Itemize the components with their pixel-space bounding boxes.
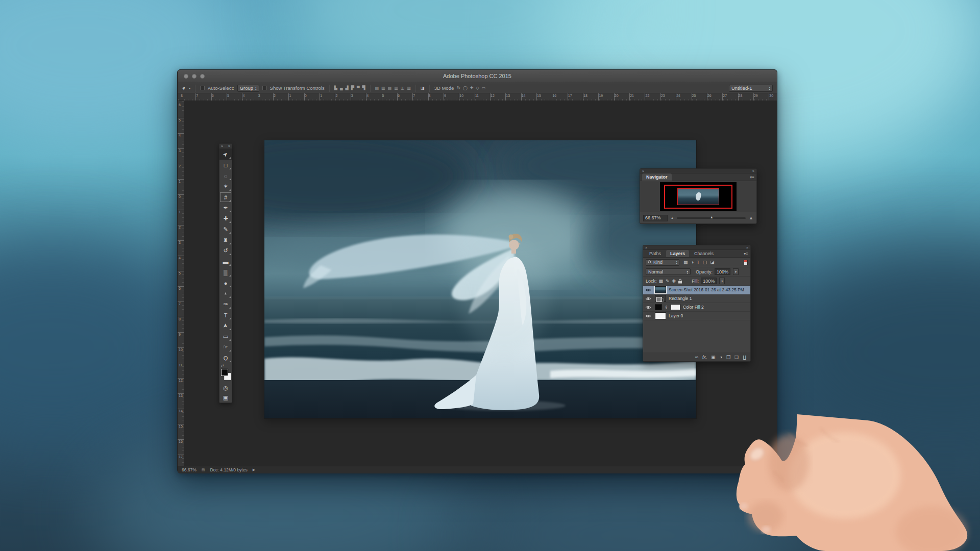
navigator-preview[interactable] [640, 181, 756, 212]
opacity-dropdown-icon[interactable]: ▾ [733, 268, 739, 275]
align-right-edges-icon[interactable]: ▟ [346, 86, 349, 90]
panel-close-icon[interactable]: × [645, 246, 647, 249]
document-selector-dropdown[interactable]: Untitled-1 ▴▾ [729, 85, 773, 92]
visibility-eye-icon[interactable] [645, 288, 651, 292]
fill-field[interactable]: 100% [701, 278, 717, 284]
quick-mask-button[interactable]: ◎ [219, 383, 232, 393]
panel-menu-icon[interactable]: ▾≡ [750, 175, 754, 180]
align-bottom-edges-icon[interactable]: ▜ [362, 86, 365, 90]
title-bar[interactable]: Adobe Photoshop CC 2015 [178, 70, 777, 83]
lasso-tool[interactable]: ◌ [219, 170, 232, 181]
distribute-bottom-edges-icon[interactable]: ▤ [388, 86, 392, 90]
canvas-image[interactable] [264, 140, 696, 418]
brush-tool[interactable]: ✎ [219, 224, 232, 235]
foreground-color-swatch[interactable] [221, 369, 228, 376]
vertical-ruler[interactable]: 65432101234567891011121314151617 [178, 101, 184, 466]
horizontal-ruler[interactable]: 8765432101234567891011121314151617181920… [178, 93, 777, 101]
navigator-zoom-slider[interactable]: ▲ [677, 217, 746, 219]
lock-transparency-icon[interactable]: ▦ [659, 279, 664, 284]
layer-row[interactable]: Rectangle 1 [643, 294, 750, 303]
rectangle-shape-tool[interactable]: ▭ [219, 331, 232, 342]
filter-shape-layers-icon[interactable]: ▢ [702, 260, 707, 265]
3d-roll-icon[interactable]: ◯ [463, 86, 468, 90]
layer-style-icon[interactable]: fx. [702, 355, 707, 360]
tab-paths[interactable]: Paths [645, 250, 665, 257]
screen-mode-button[interactable]: ▣ [219, 393, 232, 403]
zoom-tool[interactable]: Q [219, 353, 232, 363]
layer-filter-kind-dropdown[interactable]: Kind ▴▾ [646, 259, 679, 266]
3d-scale-icon[interactable]: ▭ [482, 86, 486, 90]
new-group-icon[interactable]: ❒ [726, 355, 730, 360]
3d-rotate-icon[interactable]: ↻ [457, 86, 460, 90]
visibility-eye-icon[interactable] [645, 305, 651, 310]
tools-collapse-icon[interactable]: » [228, 144, 230, 148]
lock-all-icon[interactable] [678, 279, 682, 284]
clone-stamp-tool[interactable]: ♜ [219, 235, 232, 245]
layer-row[interactable]: ∞Color Fill 2 [643, 303, 750, 312]
status-doc-info[interactable]: Doc: 4.12M/0 bytes [210, 467, 247, 472]
tools-close-icon[interactable]: × [221, 144, 223, 148]
layer-thumbnail[interactable] [655, 286, 666, 293]
zoom-out-icon[interactable]: ▲ [671, 216, 674, 219]
gradient-tool[interactable]: ▒ [219, 267, 232, 278]
new-adjustment-layer-icon[interactable]: ◑ [720, 355, 722, 360]
mask-link-icon[interactable]: ∞ [664, 306, 669, 309]
blur-tool[interactable]: ● [219, 278, 232, 288]
status-zoom-field[interactable]: 66.67% [182, 467, 197, 472]
swap-colors-icon[interactable]: ⇄ [221, 364, 224, 368]
align-left-edges-icon[interactable]: ▙ [334, 86, 337, 90]
move-tool[interactable]: ➤ [219, 149, 232, 160]
link-layers-icon[interactable]: ∞ [695, 355, 698, 360]
path-selection-tool[interactable]: ➤ [219, 320, 232, 331]
auto-select-checkbox[interactable] [200, 86, 205, 90]
distribute-left-edges-icon[interactable]: ▥ [394, 86, 398, 90]
pen-tool[interactable]: ✑ [219, 299, 232, 310]
distribute-vertical-centers-icon[interactable]: ▥ [381, 86, 385, 90]
hand-tool[interactable]: ☞ [219, 342, 232, 353]
3d-pan-icon[interactable]: ✚ [470, 86, 474, 90]
visibility-eye-icon[interactable] [645, 296, 651, 301]
crop-tool[interactable]: # [219, 192, 232, 203]
filter-adjustment-layers-icon[interactable]: ◑ [691, 260, 694, 265]
filter-type-layers-icon[interactable]: T [697, 260, 700, 265]
eyedropper-tool[interactable]: ✒ [219, 203, 232, 213]
layer-thumbnail[interactable] [655, 312, 666, 319]
align-vertical-centers-icon[interactable]: ▀ [357, 86, 360, 90]
rectangular-marquee-tool[interactable]: □ [219, 160, 232, 170]
filter-pixel-layers-icon[interactable]: ▦ [683, 260, 688, 265]
delete-layer-icon[interactable]: ∐ [743, 355, 746, 360]
filter-smart-objects-icon[interactable]: ◪ [710, 260, 715, 265]
auto-select-target-dropdown[interactable]: Group ▴▾ [237, 85, 259, 92]
tab-navigator[interactable]: Navigator [642, 173, 672, 181]
fill-color-thumbnail[interactable] [655, 304, 662, 310]
filter-toggle-switch[interactable] [744, 260, 748, 265]
align-horizontal-centers-icon[interactable]: ▄ [340, 86, 343, 90]
slider-thumb-icon[interactable]: ▲ [710, 215, 714, 219]
dodge-tool[interactable]: ♀ [219, 288, 232, 299]
lock-position-icon[interactable]: ✚ [672, 279, 676, 284]
show-transform-controls-checkbox[interactable] [262, 86, 267, 90]
distribute-top-edges-icon[interactable]: ▤ [375, 86, 379, 90]
distribute-right-edges-icon[interactable]: ▥ [407, 86, 411, 90]
blend-mode-dropdown[interactable]: Normal ▴▾ [646, 268, 691, 275]
layer-row[interactable]: Layer 0 [643, 312, 750, 320]
visibility-eye-icon[interactable] [645, 314, 651, 318]
navigator-zoom-field[interactable]: 66.67% [643, 215, 668, 221]
opacity-field[interactable]: 100% [715, 268, 730, 275]
distribute-horizontal-centers-icon[interactable]: ◫ [401, 86, 405, 90]
tab-channels[interactable]: Channels [690, 250, 718, 257]
new-layer-icon[interactable]: ❏ [734, 355, 739, 360]
auto-align-layers-icon[interactable]: ◨ [421, 86, 425, 90]
lock-pixels-icon[interactable]: ✎ [666, 279, 670, 284]
zoom-in-icon[interactable]: ▲ [749, 215, 753, 220]
tab-layers[interactable]: Layers [666, 250, 689, 257]
work-area[interactable]: × » ➤□◌✶#✒✚✎♜↺▬▒●♀✑T➤▭☞Q ⇄ ◎ ▣ × » [184, 101, 777, 466]
tool-preset-caret-icon[interactable]: ▾ [189, 87, 190, 89]
eraser-tool[interactable]: ▬ [219, 256, 232, 267]
add-layer-mask-icon[interactable]: ▣ [711, 355, 716, 360]
spot-healing-brush-tool[interactable]: ✚ [219, 213, 232, 224]
layer-row[interactable]: Screen Shot 2016-01-26 at 2.43.25 PM [643, 286, 750, 294]
history-brush-tool[interactable]: ↺ [219, 245, 232, 256]
align-top-edges-icon[interactable]: ▛ [351, 86, 354, 90]
fill-dropdown-icon[interactable]: ▾ [719, 278, 725, 284]
